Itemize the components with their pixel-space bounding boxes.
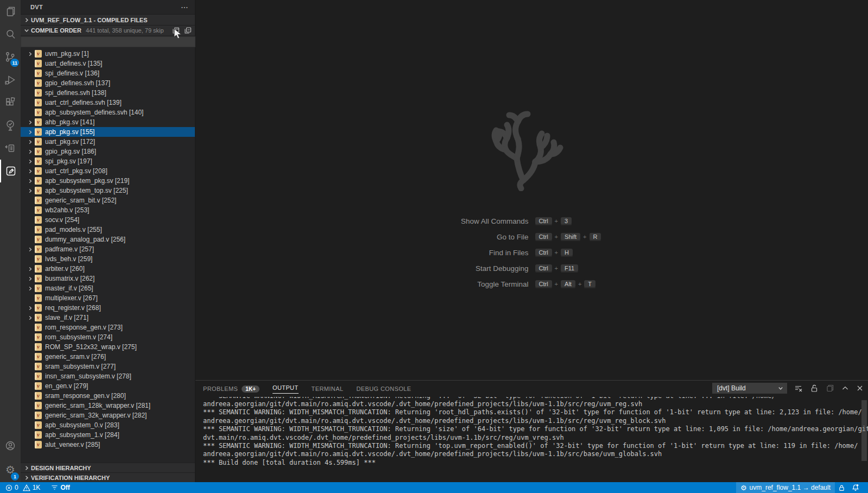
output-scrollbar[interactable] — [861, 400, 867, 461]
section-compile-order[interactable]: COMPILE ORDER 441 total, 358 unique, 79 … — [21, 25, 195, 35]
compile-order-label: COMPILE ORDER — [31, 27, 81, 34]
tree-file-item[interactable]: v ROM_SP_512x32_wrap.v [275] — [21, 342, 195, 352]
tree-file-item[interactable]: v uart_pkg.sv [172] — [21, 137, 195, 147]
tree-file-item[interactable]: v pad_models.v [255] — [21, 225, 195, 235]
tree-file-item[interactable]: v ahb_pkg.sv [141] — [21, 117, 195, 127]
chevron-right-icon — [28, 140, 33, 144]
source-control-icon[interactable]: 11 — [0, 46, 21, 68]
chevron-right-icon — [28, 179, 33, 184]
tree-file-item[interactable]: v alut_veneer.v [285] — [21, 440, 195, 450]
panel-tab-label: PROBLEMS — [203, 385, 238, 392]
tree-file-item[interactable]: v uvm_pkg.sv [1] — [21, 49, 195, 59]
tree-file-item[interactable]: v generic_sram_32k_wrapper.v [282] — [21, 410, 195, 420]
more-actions-icon[interactable]: ⋯ — [181, 4, 188, 10]
tree-file-item[interactable]: v slave_if.v [271] — [21, 313, 195, 323]
verification-check-icon[interactable] — [0, 114, 21, 137]
lock-icon[interactable] — [835, 482, 848, 493]
clear-output-icon[interactable] — [794, 384, 803, 393]
dvt-project-status[interactable]: ⚙ uvm_ref_flow_1.1 → default — [736, 482, 835, 493]
tree-file-item[interactable]: v apb_subsystem_pkg.sv [219] — [21, 176, 195, 186]
tree-file-item[interactable]: v master_if.v [265] — [21, 283, 195, 293]
tree-file-item[interactable]: v socv.v [254] — [21, 215, 195, 225]
tree-file-item[interactable]: v padframe.v [257] — [21, 244, 195, 254]
shortcut-label: Toggle Terminal — [350, 280, 529, 288]
panel-tab[interactable]: TERMINAL — [312, 381, 344, 396]
settings-gear-icon[interactable]: ⚙ 1 — [0, 457, 21, 482]
tree-file-item[interactable]: v rom_response_gen.v [273] — [21, 323, 195, 332]
tree-file-item[interactable]: v uart_ctrl_pkg.sv [208] — [21, 166, 195, 176]
tree-file-item[interactable]: v uart_defines.v [135] — [21, 59, 195, 68]
tree-file-item[interactable]: v busmatrix.v [262] — [21, 274, 195, 283]
close-panel-icon[interactable] — [856, 384, 864, 392]
verilog-file-icon: v — [35, 255, 42, 263]
tree-file-item[interactable]: v gpio_defines.svh [137] — [21, 78, 195, 88]
verilog-file-icon: v — [35, 118, 42, 126]
verilog-file-icon: v — [35, 89, 42, 97]
output-console[interactable]: *** SEMANTIC WARNING: WIDTH_MISMATCH_TRU… — [195, 396, 868, 482]
expand-all-icon[interactable] — [172, 27, 180, 34]
tree-file-item[interactable]: v uart_ctrl_defines.svh [139] — [21, 98, 195, 108]
key-chip: Shift — [561, 233, 580, 241]
chevron-right-icon — [28, 120, 33, 125]
tree-file-item[interactable]: v insn_sram_subsystem.v [278] — [21, 371, 195, 381]
file-label: apb_pkg.sv [155] — [45, 128, 94, 136]
tree-file-item[interactable]: v spi_defines.svh [138] — [21, 88, 195, 98]
tree-file-item[interactable]: v apb_pkg.sv [155] — [21, 127, 195, 137]
unlock-icon[interactable] — [810, 384, 819, 393]
verilog-file-icon: v — [35, 50, 42, 58]
tree-file-item[interactable]: v rom_subsystem.v [274] — [21, 332, 195, 342]
output-channel-select[interactable]: [dvt] Build — [712, 383, 787, 394]
section-design-hierarchy[interactable]: DESIGN HIERARCHY — [21, 463, 195, 472]
tree-file-item[interactable]: v apb_subsystem_top.sv [225] — [21, 186, 195, 195]
mode-status[interactable]: Off — [51, 482, 69, 493]
tree-file-item[interactable]: v generic_sram.v [276] — [21, 352, 195, 362]
tree-file-item[interactable]: v en_gen.v [279] — [21, 381, 195, 391]
chevron-right-icon — [28, 188, 33, 193]
section-verification-hierarchy[interactable]: VERIFICATION HIERARCHY — [21, 472, 195, 482]
tree-file-item[interactable]: v apb_subsystem_0.v [283] — [21, 420, 195, 430]
maximize-panel-icon[interactable] — [841, 384, 849, 392]
tree-file-item[interactable]: v arbiter.v [260] — [21, 264, 195, 274]
section-compiled-files[interactable]: UVM_REF_FLOW_1.1 - COMPILED FILES — [21, 14, 195, 25]
tree-file-item[interactable]: v gpio_pkg.sv [186] — [21, 147, 195, 156]
panel-tab[interactable]: DEBUG CONSOLE — [356, 381, 411, 396]
tree-file-item[interactable]: v spi_pkg.sv [197] — [21, 156, 195, 166]
problems-status[interactable]: 0 1K — [5, 482, 40, 493]
search-icon[interactable] — [0, 23, 21, 46]
key-chip: Ctrl — [535, 233, 552, 241]
explorer-icon[interactable] — [0, 0, 21, 23]
accounts-icon[interactable] — [0, 434, 21, 457]
notifications-bell-icon[interactable] — [848, 482, 863, 493]
file-label: spi_pkg.sv [197] — [45, 157, 92, 165]
tree-filter-input[interactable] — [21, 36, 195, 47]
tree-file-item[interactable]: v generic_sram_bit.v [252] — [21, 195, 195, 205]
tree-file-item[interactable]: v generic_sram_128k_wrapper.v [281] — [21, 401, 195, 410]
file-label: ROM_SP_512x32_wrap.v [275] — [45, 343, 137, 351]
tree-file-item[interactable]: v sram_response_gen.v [280] — [21, 391, 195, 401]
tree-file-item[interactable]: v wb2ahb.v [253] — [21, 205, 195, 215]
sidebar-title-row: DVT ⋯ — [21, 0, 195, 14]
tree-file-item[interactable]: v apb_subsystem_defines.svh [140] — [21, 108, 195, 117]
tree-file-item[interactable]: v apb_subsystem_1.v [284] — [21, 430, 195, 440]
tree-file-item[interactable]: v dummy_analog_pad.v [256] — [21, 235, 195, 244]
collapse-all-icon[interactable] — [184, 27, 192, 34]
tree-file-item[interactable]: v spi_defines.v [136] — [21, 68, 195, 78]
verilog-file-icon: v — [35, 431, 42, 439]
panel-tab[interactable]: OUTPUT — [273, 381, 299, 396]
key-chip: H — [561, 249, 573, 257]
tree-file-item[interactable]: v sram_subsystem.v [277] — [21, 362, 195, 371]
dvt-pencil-icon[interactable] — [0, 160, 21, 182]
open-output-in-editor-icon[interactable] — [826, 384, 834, 393]
tree-file-item[interactable]: v multiplexer.v [267] — [21, 293, 195, 303]
verilog-file-icon: v — [35, 372, 42, 380]
run-debug-icon[interactable] — [0, 68, 21, 91]
file-label: uart_ctrl_defines.svh [139] — [45, 99, 122, 106]
verilog-file-icon: v — [35, 167, 42, 175]
sidebar: DVT ⋯ UVM_REF_FLOW_1.1 - COMPILED FILES … — [21, 0, 195, 482]
panel-tab[interactable]: PROBLEMS 1K+ — [203, 381, 259, 396]
docs-sync-icon[interactable] — [0, 137, 21, 160]
tree-file-item[interactable]: v lvds_beh.v [259] — [21, 254, 195, 264]
tree-file-item[interactable]: v req_register.v [268] — [21, 303, 195, 313]
file-label: ahb_pkg.sv [141] — [45, 118, 94, 126]
extensions-icon[interactable] — [0, 91, 21, 114]
